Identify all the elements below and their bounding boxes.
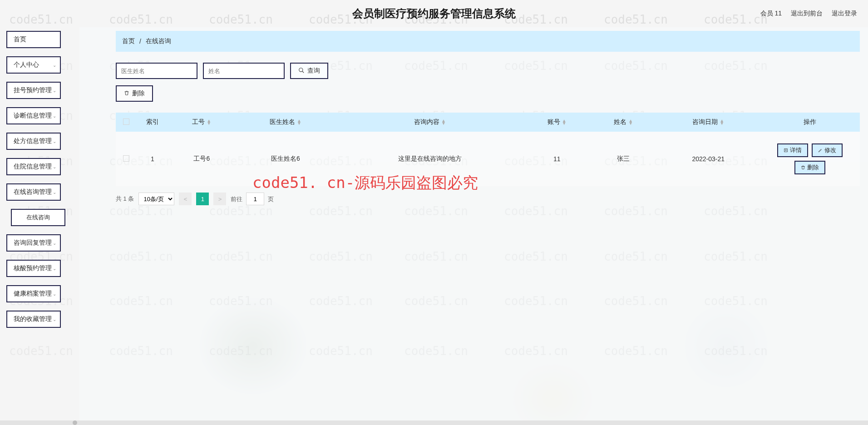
sort-icon[interactable]: ▲▼ <box>441 119 446 125</box>
pagination: 共 1 条 10条/页 < 1 > 前往 页 <box>116 193 860 205</box>
svg-line-1 <box>302 71 304 73</box>
pager-jump-suffix: 页 <box>268 196 274 203</box>
cell-jobno: 工号6 <box>168 132 235 186</box>
delete-label: 删除 <box>807 163 819 172</box>
sort-icon[interactable]: ▲▼ <box>720 119 724 125</box>
sidebar-item-label: 个人中心 <box>14 61 39 69</box>
detail-label: 详情 <box>790 146 802 154</box>
sidebar-item-label: 健康档案管理 <box>14 290 52 298</box>
sidebar-item[interactable]: 健康档案管理⌄ <box>6 285 61 302</box>
sidebar-item[interactable]: 住院信息管理⌄ <box>6 158 61 175</box>
sort-icon[interactable]: ▲▼ <box>207 119 211 125</box>
sidebar-item-label: 诊断信息管理 <box>14 112 52 120</box>
sidebar-item-label: 咨询回复管理 <box>14 239 52 247</box>
sidebar-item[interactable]: 咨询回复管理⌄ <box>6 234 61 252</box>
pager-jump-label: 前往 <box>231 196 242 203</box>
sidebar-item[interactable]: 个人中心⌄ <box>6 56 61 74</box>
sidebar-item-label: 核酸预约管理 <box>14 264 52 272</box>
col-uname[interactable]: 姓名 <box>614 118 626 125</box>
cell-account: 11 <box>523 132 590 186</box>
sidebar-item[interactable]: 处方信息管理⌄ <box>6 133 61 150</box>
sidebar-item-label: 处方信息管理 <box>14 137 52 145</box>
search-doctor-name[interactable] <box>116 63 197 79</box>
search-icon <box>298 67 305 75</box>
page-size-select[interactable]: 10条/页 <box>138 193 174 205</box>
sidebar-item-label: 我的收藏管理 <box>14 315 52 323</box>
link-to-front[interactable]: 退出到前台 <box>791 10 823 18</box>
search-button-label: 查询 <box>307 67 320 75</box>
bulk-delete-button[interactable]: 删除 <box>116 85 153 102</box>
row-checkbox[interactable] <box>123 155 129 162</box>
horizontal-scrollbar[interactable] <box>0 420 868 425</box>
page-number-active[interactable]: 1 <box>196 193 209 205</box>
delete-button[interactable]: 删除 <box>794 161 825 174</box>
breadcrumb-home[interactable]: 首页 <box>122 37 135 45</box>
sort-icon[interactable]: ▲▼ <box>628 119 633 125</box>
link-logout[interactable]: 退出登录 <box>832 10 857 18</box>
col-account[interactable]: 账号 <box>547 118 560 125</box>
data-table: 索引 工号▲▼ 医生姓名▲▼ 咨询内容▲▼ 账号▲▼ 姓名▲▼ 咨询日期▲▼ 操… <box>116 113 860 186</box>
detail-button[interactable]: 详情 <box>777 143 808 157</box>
sidebar: 首页 个人中心⌄挂号预约管理⌄诊断信息管理⌄处方信息管理⌄住院信息管理⌄在线咨询… <box>0 27 75 420</box>
chevron-down-icon: ⌄ <box>53 292 56 297</box>
edit-icon <box>818 147 823 154</box>
sidebar-sub-label: 在线咨询 <box>26 213 50 222</box>
breadcrumb-sep: / <box>139 38 141 45</box>
cell-uname: 张三 <box>590 132 657 186</box>
chevron-down-icon: ⌄ <box>53 139 56 144</box>
col-ops: 操作 <box>804 118 816 125</box>
app-header: 会员制医疗预约服务管理信息系统 会员 11 退出到前台 退出登录 <box>0 0 868 27</box>
chevron-down-icon: ⌄ <box>53 190 56 195</box>
edit-label: 修改 <box>824 146 836 154</box>
col-date[interactable]: 咨询日期 <box>692 118 718 125</box>
search-name[interactable] <box>203 63 285 79</box>
chevron-down-icon: ⌄ <box>53 88 56 93</box>
chevron-down-icon: ⌄ <box>53 114 56 119</box>
sidebar-item[interactable]: 诊断信息管理⌄ <box>6 107 61 124</box>
main-content: 首页 / 在线咨询 查询 删除 索引 工号▲▼ 医生姓名▲▼ 咨询内容▲▼ 账号 <box>79 27 868 420</box>
prev-page-button[interactable]: < <box>179 193 192 205</box>
col-content[interactable]: 咨询内容 <box>414 118 439 125</box>
list-icon <box>784 147 788 154</box>
sort-icon[interactable]: ▲▼ <box>297 119 301 125</box>
chevron-down-icon: ⌄ <box>53 164 56 169</box>
trash-icon <box>124 90 129 97</box>
sidebar-item-label: 在线咨询管理 <box>14 188 52 196</box>
chevron-down-icon: ⌄ <box>53 63 56 68</box>
sidebar-item[interactable]: 我的收藏管理⌄ <box>6 311 61 328</box>
chevron-down-icon: ⌄ <box>53 266 56 271</box>
cell-idx: 1 <box>137 132 168 186</box>
breadcrumb-current: 在线咨询 <box>146 37 171 45</box>
chevron-down-icon: ⌄ <box>53 317 56 322</box>
col-jobno[interactable]: 工号 <box>192 118 205 125</box>
app-title: 会员制医疗预约服务管理信息系统 <box>352 6 516 21</box>
search-bar: 查询 <box>116 63 860 79</box>
pager-total: 共 1 条 <box>116 195 134 203</box>
breadcrumb: 首页 / 在线咨询 <box>116 31 860 52</box>
sidebar-item[interactable]: 核酸预约管理⌄ <box>6 260 61 277</box>
bulk-delete-label: 删除 <box>132 89 145 98</box>
sidebar-item[interactable]: 挂号预约管理⌄ <box>6 82 61 99</box>
sidebar-home[interactable]: 首页 <box>6 31 61 48</box>
col-index: 索引 <box>146 118 159 125</box>
page-jump-input[interactable] <box>246 193 264 205</box>
svg-point-0 <box>299 68 303 71</box>
next-page-button[interactable]: > <box>213 193 226 205</box>
sort-icon[interactable]: ▲▼ <box>562 119 567 125</box>
sidebar-item[interactable]: 在线咨询管理⌄ <box>6 183 61 201</box>
edit-button[interactable]: 修改 <box>812 143 843 157</box>
cell-content: 这里是在线咨询的地方 <box>336 132 523 186</box>
chevron-down-icon: ⌄ <box>53 241 56 246</box>
search-button[interactable]: 查询 <box>290 63 328 79</box>
trash-icon <box>801 164 805 171</box>
header-user[interactable]: 会员 11 <box>760 10 782 18</box>
sidebar-sub-online-consult[interactable]: 在线咨询 <box>11 209 65 226</box>
cell-date: 2022-03-21 <box>657 132 760 186</box>
select-all-checkbox[interactable] <box>123 119 129 125</box>
col-docname[interactable]: 医生姓名 <box>270 118 295 125</box>
sidebar-home-label: 首页 <box>14 35 26 44</box>
sidebar-item-label: 住院信息管理 <box>14 163 52 171</box>
sidebar-item-label: 挂号预约管理 <box>14 86 52 94</box>
cell-docname: 医生姓名6 <box>235 132 336 186</box>
table-row: 1 工号6 医生姓名6 这里是在线咨询的地方 11 张三 2022-03-21 … <box>116 132 860 186</box>
